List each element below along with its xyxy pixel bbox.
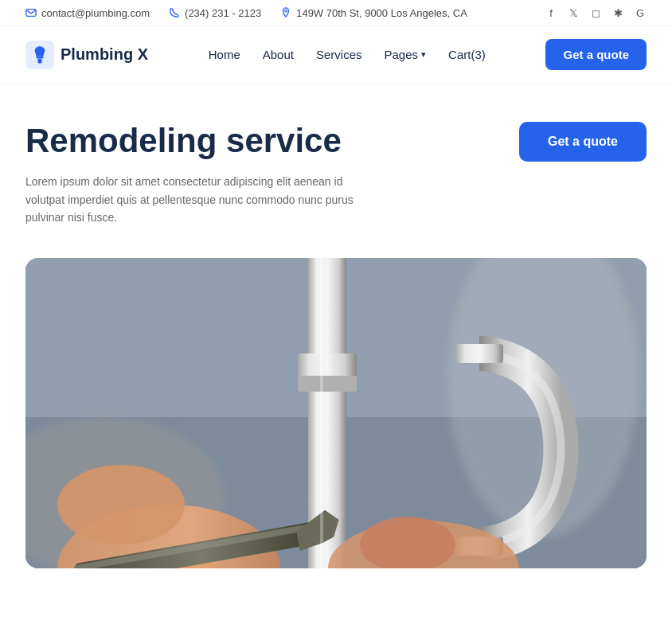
- google-icon[interactable]: G: [634, 6, 647, 19]
- top-bar-contacts: contact@plumbing.com (234) 231 - 2123 14…: [25, 7, 467, 19]
- plumbing-illustration: [25, 258, 647, 568]
- nav-cart[interactable]: Cart(3): [448, 48, 486, 61]
- address-contact: 149W 70th St, 9000 Los Angeles, CA: [280, 7, 467, 19]
- hero-section: Remodeling service Lorem ipsum dolor sit…: [0, 84, 672, 252]
- header: Plumbing X Home About Services Pages ▾ C…: [0, 26, 672, 84]
- hero-content: Remodeling service Lorem ipsum dolor sit…: [25, 122, 360, 226]
- nav-home[interactable]: Home: [209, 48, 240, 61]
- address-text: 149W 70th St, 9000 Los Angeles, CA: [296, 7, 467, 19]
- hero-cta-area: Get a quote: [519, 122, 647, 162]
- nav-about[interactable]: About: [263, 48, 294, 61]
- svg-point-17: [57, 465, 185, 544]
- nav-pages[interactable]: Pages ▾: [385, 48, 427, 61]
- svg-rect-12: [298, 353, 357, 377]
- svg-point-1: [285, 10, 287, 12]
- yelp-icon[interactable]: ✱: [611, 6, 624, 19]
- main-nav: Home About Services Pages ▾ Cart(3): [209, 48, 486, 61]
- pages-chevron-icon: ▾: [421, 49, 426, 60]
- logo-text: Plumbing X: [61, 45, 148, 64]
- logo[interactable]: Plumbing X: [25, 41, 148, 69]
- logo-icon: [25, 41, 54, 69]
- email-contact[interactable]: contact@plumbing.com: [25, 7, 150, 19]
- email-icon: [25, 7, 37, 18]
- svg-rect-3: [37, 56, 44, 58]
- svg-rect-23: [320, 258, 323, 568]
- phone-contact[interactable]: (234) 231 - 2123: [169, 7, 261, 19]
- instagram-icon[interactable]: ◻: [589, 6, 602, 19]
- hero-cta-button[interactable]: Get a quote: [519, 122, 647, 162]
- hero-title: Remodeling service: [25, 122, 360, 160]
- email-text: contact@plumbing.com: [41, 7, 150, 19]
- svg-rect-0: [26, 10, 36, 17]
- header-cta-button[interactable]: Get a quote: [545, 39, 647, 70]
- hero-image: [25, 258, 647, 568]
- facebook-icon[interactable]: f: [545, 6, 557, 19]
- twitter-icon[interactable]: 𝕏: [567, 6, 580, 19]
- svg-rect-13: [298, 376, 357, 392]
- phone-text: (234) 231 - 2123: [185, 7, 261, 19]
- svg-rect-4: [37, 58, 41, 63]
- svg-rect-14: [455, 344, 503, 363]
- nav-services[interactable]: Services: [316, 48, 362, 61]
- hero-description: Lorem ipsum dolor sit amet consectetur a…: [25, 173, 360, 226]
- top-bar: contact@plumbing.com (234) 231 - 2123 14…: [0, 0, 672, 26]
- social-links: f 𝕏 ◻ ✱ G: [545, 6, 647, 19]
- phone-icon: [169, 7, 180, 18]
- location-icon: [280, 7, 291, 18]
